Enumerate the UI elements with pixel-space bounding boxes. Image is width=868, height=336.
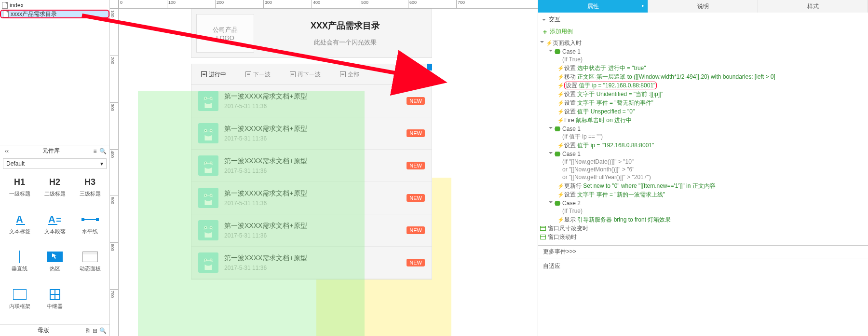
tree-label: index [10, 2, 24, 9]
library-select[interactable]: Default ▾ [3, 158, 107, 169]
selection-handle[interactable] [427, 64, 432, 70]
item-time: 2017-5-31 11:36 [224, 265, 401, 271]
ruler-vertical[interactable]: 100200300400500600700 [110, 9, 119, 336]
library-title: 元件库 [11, 147, 91, 155]
widget-二级标题[interactable]: H2二级标题 [37, 174, 72, 210]
avatar-icon [198, 91, 218, 111]
interaction-row[interactable]: ⚡设置 文字于 事件 = "暂无新的事件" [540, 98, 866, 107]
interaction-row[interactable]: Case 1(If "[[Now.getDate()]]" > "10"or "… [540, 150, 866, 182]
interaction-row[interactable]: ⚡设置 文字于 Unidentified = "当前 :[[ip]]" [540, 90, 866, 98]
interaction-row[interactable]: ⚡设置 值于 Unspecified = "0" [540, 107, 866, 116]
section-interaction[interactable]: 交互 [538, 13, 868, 27]
bolt-icon: ⚡ [557, 182, 562, 190]
tab-style[interactable]: 样式 [758, 0, 868, 13]
logo-placeholder: 公司产品 LOGO [196, 14, 254, 53]
collapse-icon[interactable]: ‹‹ [3, 148, 11, 154]
interaction-row[interactable]: ⚡设置 值于 ip = "192.168.0.88:8001" [540, 141, 866, 150]
bolt-icon: ⚡ [557, 64, 562, 72]
menu-icon[interactable]: ≡ [91, 148, 99, 154]
interaction-row[interactable]: ⚡更新行 Set new to "0" where "[[Item.new=='… [540, 182, 866, 190]
widget-垂直线[interactable]: 垂直线 [2, 249, 37, 284]
mock-tab[interactable]: 全部 [330, 64, 369, 84]
interaction-row[interactable]: ⚡页面载入时 [540, 39, 866, 47]
item-time: 2017-5-31 11:36 [224, 200, 401, 207]
svg-point-11 [211, 162, 212, 163]
add-folder-icon[interactable]: ⊞ [91, 327, 99, 334]
svg-point-15 [211, 195, 212, 196]
list-icon [201, 71, 207, 77]
logo-text-1: 公司产品 [213, 26, 238, 34]
widget-内联框架[interactable]: 内联框架 [2, 286, 37, 322]
list-item[interactable]: 第一波XXXX需求文档+原型2017-5-31 11:36NEW [191, 117, 432, 150]
list-item[interactable]: 第一波XXXX需求文档+原型2017-5-31 11:36NEW [191, 247, 432, 279]
tree-item-selected[interactable]: xxxx产品需求目录 [0, 10, 109, 18]
mock-tab[interactable]: 下一波 [236, 64, 280, 84]
masters-label[interactable]: 母版 [3, 326, 83, 335]
mock-tab[interactable]: 进行中 [191, 64, 236, 84]
more-events-button[interactable]: 更多事件>>> [538, 245, 868, 258]
chevron-down-icon [542, 19, 546, 23]
interaction-row[interactable]: 窗口滚动时 [540, 233, 866, 241]
list-item[interactable]: 第一波XXXX需求文档+原型2017-5-31 11:36NEW [191, 85, 432, 117]
interaction-row[interactable]: ⚡设置 文字于 事件 = "新的一波需求上线" [540, 190, 866, 199]
svg-point-14 [205, 195, 206, 196]
widget-文本标签[interactable]: A文本标签 [2, 211, 37, 247]
tab-properties[interactable]: 属性 [538, 0, 648, 13]
bolt-icon: ⚡ [557, 82, 562, 89]
svg-point-18 [205, 227, 206, 228]
search-icon[interactable]: 🔍 [99, 148, 107, 154]
interaction-row[interactable]: ⚡设置 选中状态于 进行中 = "true" [540, 64, 866, 72]
interaction-row[interactable]: 窗口尺寸改变时 [540, 224, 866, 233]
interaction-row[interactable]: Case 1(If 值于 ip == "") [540, 125, 866, 141]
canvas-stage[interactable]: 公司产品 LOGO XXX产品需求目录 此处会有一个闪光效果 进行中下一波再下一… [119, 9, 538, 336]
interaction-row[interactable]: ⚡Fire 鼠标单击时 on 进行中 [540, 116, 866, 125]
chevron-down-icon [540, 41, 544, 45]
svg-point-7 [211, 130, 212, 131]
logo-text-2: LOGO [216, 34, 234, 42]
ruler-horizontal[interactable]: 0100200300400500600700 [119, 0, 538, 9]
mock-subtitle: 此处会有一个闪光效果 [264, 38, 427, 47]
item-title: 第一波XXXX需求文档+原型 [224, 222, 401, 230]
bolt-icon: ⚡ [557, 141, 562, 149]
svg-point-6 [205, 130, 206, 131]
item-time: 2017-5-31 11:36 [224, 168, 401, 174]
chevron-down-icon [549, 152, 553, 156]
bolt-icon: ⚡ [557, 116, 562, 124]
widget-水平线[interactable]: 水平线 [72, 211, 108, 247]
list-icon [340, 71, 346, 77]
widget-中继器[interactable]: 中继器 [37, 286, 72, 322]
avatar-icon [198, 220, 218, 240]
widget-热区[interactable]: 热区 [37, 249, 72, 284]
avatar-icon [198, 252, 218, 273]
widget-三级标题[interactable]: H3三级标题 [72, 174, 108, 210]
widget-动态面板[interactable]: 动态面板 [72, 249, 108, 284]
widget-一级标题[interactable]: H1一级标题 [2, 174, 37, 210]
tab-notes[interactable]: 说明 [648, 0, 758, 13]
avatar-icon [198, 155, 218, 176]
item-title: 第一波XXXX需求文档+原型 [224, 189, 401, 198]
case-icon [555, 49, 560, 54]
interaction-row[interactable]: Case 1(If True) [540, 47, 866, 64]
item-time: 2017-5-31 11:36 [224, 232, 401, 239]
ruler-corner [110, 0, 119, 9]
item-time: 2017-5-31 11:36 [224, 103, 401, 110]
mock-tab[interactable]: 再下一波 [280, 64, 330, 84]
mock-header: 公司产品 LOGO XXX产品需求目录 此处会有一个闪光效果 [191, 9, 432, 58]
search-icon[interactable]: 🔍 [99, 327, 107, 334]
list-item[interactable]: 第一波XXXX需求文档+原型2017-5-31 11:36NEW [191, 150, 432, 182]
add-case-button[interactable]: + 添加用例 [538, 27, 868, 39]
interaction-row[interactable]: Case 2(If True) [540, 199, 866, 215]
interaction-row[interactable]: ⚡移动 正文区-第一层遮罩 to ([[Window.width*1/2-494… [540, 72, 866, 81]
tree-item-index[interactable]: index [0, 1, 109, 10]
avatar-icon [198, 188, 218, 208]
widget-文本段落[interactable]: A文本段落 [37, 211, 72, 247]
list-icon [245, 71, 251, 77]
case-icon [555, 201, 560, 206]
window-icon [540, 226, 546, 231]
list-item[interactable]: 第一波XXXX需求文档+原型2017-5-31 11:36NEW [191, 214, 432, 247]
add-page-icon[interactable]: ⎘ [83, 327, 91, 334]
item-time: 2017-5-31 11:36 [224, 135, 401, 142]
list-item[interactable]: 第一波XXXX需求文档+原型2017-5-31 11:36NEW [191, 182, 432, 214]
interaction-row[interactable]: ⚡显示 引导新服务器 bring to front 灯箱效果 [540, 215, 866, 224]
interaction-row[interactable]: ⚡设置 值于 ip = "192.168.0.88:8001" [540, 81, 866, 90]
